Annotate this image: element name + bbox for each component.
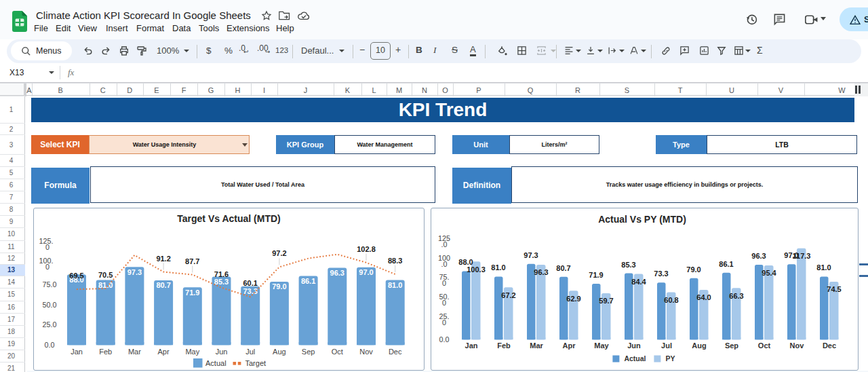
svg-text:0: 0 [442, 299, 446, 307]
svg-text:102.8: 102.8 [357, 245, 376, 253]
svg-text:0: 0 [45, 263, 50, 271]
svg-text:60.1: 60.1 [243, 279, 257, 287]
svg-text:Apr: Apr [563, 341, 576, 350]
svg-text:Target Vs Actual (MTD): Target Vs Actual (MTD) [177, 213, 280, 224]
svg-text:Jun: Jun [627, 341, 641, 350]
svg-text:69.5: 69.5 [69, 272, 83, 280]
svg-text:Aug: Aug [692, 341, 706, 350]
svg-text:.0: .0 [441, 260, 447, 268]
svg-text:97.2: 97.2 [272, 249, 286, 257]
svg-text:81.0: 81.0 [491, 263, 505, 272]
svg-text:0: 0 [442, 279, 446, 287]
svg-text:Sep: Sep [725, 341, 738, 350]
svg-text:Jan: Jan [71, 348, 83, 356]
svg-text:73.3: 73.3 [243, 287, 257, 295]
svg-text:.0: .0 [441, 240, 447, 248]
svg-text:Actual: Actual [624, 354, 646, 362]
svg-text:85.3: 85.3 [621, 261, 635, 269]
svg-text:Actual Vs PY (MTD): Actual Vs PY (MTD) [598, 214, 686, 225]
svg-text:Nov: Nov [359, 348, 373, 356]
svg-text:75.0: 75.0 [42, 280, 56, 289]
svg-text:59.7: 59.7 [599, 297, 613, 305]
svg-text:0: 0 [442, 318, 446, 327]
svg-text:50.0: 50.0 [42, 301, 56, 309]
svg-text:25.0: 25.0 [42, 320, 56, 329]
svg-text:80.7: 80.7 [556, 264, 570, 272]
svg-text:86.1: 86.1 [719, 260, 733, 268]
svg-text:0.0: 0.0 [44, 341, 54, 349]
svg-text:66.3: 66.3 [729, 292, 743, 300]
svg-text:87.7: 87.7 [185, 257, 199, 265]
svg-text:71.6: 71.6 [214, 270, 229, 278]
svg-text:81.0: 81.0 [388, 281, 402, 289]
svg-text:86.1: 86.1 [301, 277, 315, 285]
svg-text:117.3: 117.3 [793, 252, 811, 260]
svg-text:74.5: 74.5 [827, 285, 841, 293]
svg-text:100.3: 100.3 [467, 265, 486, 274]
svg-text:81.0: 81.0 [98, 281, 113, 289]
svg-text:0.0: 0.0 [439, 335, 449, 343]
svg-text:Dec: Dec [389, 348, 402, 356]
svg-text:Oct: Oct [758, 341, 771, 350]
svg-text:Jul: Jul [245, 348, 255, 356]
svg-text:60.8: 60.8 [664, 296, 678, 304]
svg-text:95.4: 95.4 [762, 269, 776, 277]
svg-text:Apr: Apr [158, 348, 170, 356]
svg-text:96.3: 96.3 [751, 252, 766, 260]
svg-text:Jan: Jan [465, 341, 478, 350]
svg-text:67.2: 67.2 [501, 291, 515, 299]
svg-text:Feb: Feb [497, 341, 511, 350]
svg-text:PY: PY [665, 354, 675, 362]
svg-text:79.0: 79.0 [686, 265, 701, 274]
svg-text:96.3: 96.3 [330, 269, 344, 277]
svg-text:Mar: Mar [530, 341, 543, 350]
svg-text:97.3: 97.3 [127, 268, 142, 276]
svg-text:0: 0 [45, 243, 50, 251]
svg-text:Sep: Sep [302, 348, 315, 356]
svg-text:Jul: Jul [661, 341, 672, 350]
svg-text:97.3: 97.3 [524, 251, 538, 259]
svg-text:70.5: 70.5 [98, 271, 113, 279]
svg-text:Feb: Feb [99, 348, 112, 356]
svg-text:Oct: Oct [332, 348, 343, 356]
svg-text:Dec: Dec [823, 341, 836, 350]
svg-text:79.0: 79.0 [272, 282, 286, 291]
svg-text:Actual: Actual [205, 359, 226, 367]
svg-text:81.0: 81.0 [816, 263, 831, 272]
svg-text:62.9: 62.9 [566, 295, 580, 303]
svg-text:May: May [185, 348, 199, 356]
svg-text:May: May [594, 341, 609, 350]
svg-text:85.3: 85.3 [214, 278, 229, 286]
svg-text:Aug: Aug [273, 348, 286, 356]
svg-text:71.9: 71.9 [185, 289, 199, 297]
svg-text:Nov: Nov [790, 341, 805, 350]
svg-text:Jun: Jun [216, 348, 228, 356]
svg-text:Mar: Mar [128, 348, 141, 356]
svg-text:84.4: 84.4 [631, 278, 646, 286]
svg-text:91.2: 91.2 [156, 255, 170, 263]
svg-text:88.3: 88.3 [388, 257, 402, 265]
svg-text:96.3: 96.3 [534, 268, 548, 276]
svg-text:71.9: 71.9 [589, 271, 603, 279]
svg-text:64.0: 64.0 [696, 293, 711, 301]
svg-text:73.3: 73.3 [654, 269, 668, 278]
svg-text:80.7: 80.7 [156, 281, 170, 289]
svg-text:97.0: 97.0 [359, 268, 373, 276]
svg-text:Target: Target [245, 359, 267, 367]
